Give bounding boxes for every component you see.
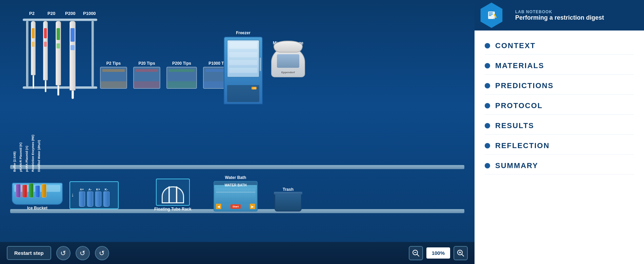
nav-item-summary[interactable]: SUMMARY bbox=[485, 157, 634, 175]
pipette-p20[interactable] bbox=[43, 21, 48, 92]
undo-button-2[interactable]: ↺ bbox=[76, 246, 90, 260]
svg-line-2 bbox=[417, 254, 419, 256]
water-bath-label: Water Bath bbox=[225, 175, 246, 180]
water-bath[interactable]: Water Bath WATER BATH ◀ Start ▶ bbox=[214, 175, 258, 211]
p20-tips[interactable]: P20 Tips bbox=[133, 61, 160, 89]
pipette-stand bbox=[21, 19, 99, 97]
undo-button-1[interactable]: ↺ bbox=[56, 246, 71, 260]
floating-rack-label: Floating Tube Rack bbox=[154, 207, 192, 211]
nav-items: CONTEXT MATERIALS PREDICTIONS PROTOCOL R… bbox=[475, 31, 644, 264]
nav-dot-context bbox=[485, 43, 490, 48]
top-shelf bbox=[10, 165, 464, 169]
stand-bar-top bbox=[23, 19, 97, 21]
microcentrifuge[interactable]: Microcentrifuge Eppendorf bbox=[271, 41, 305, 77]
buffer-label: Buffer (2.5XB) bbox=[13, 135, 16, 172]
stand-leg-left bbox=[26, 21, 28, 86]
nav-label-reflection: REFLECTION bbox=[495, 141, 550, 150]
ice-bucket-label: Ice Bucket bbox=[27, 206, 47, 210]
nav-label-predictions: PREDICTIONS bbox=[495, 81, 554, 90]
p200-tips[interactable]: P200 Tips bbox=[166, 61, 197, 89]
zoom-value: 100% bbox=[426, 247, 450, 259]
nav-item-context[interactable]: CONTEXT bbox=[485, 37, 634, 55]
trash[interactable]: Trash bbox=[275, 187, 302, 211]
undo-button-3[interactable]: ↺ bbox=[95, 246, 109, 260]
nav-dot-materials bbox=[485, 63, 490, 68]
right-panel: LAB NOTEBOOK Performing a restriction di… bbox=[475, 0, 644, 264]
svg-rect-9 bbox=[489, 14, 493, 15]
zoom-out-icon bbox=[412, 249, 420, 257]
notebook-title: Performing a restriction digest bbox=[515, 14, 637, 21]
ice-bucket[interactable]: Ice Bucket bbox=[10, 174, 64, 210]
freezer-label: Freezer bbox=[236, 31, 250, 35]
nav-label-results: RESULTS bbox=[495, 121, 534, 130]
nav-label-protocol: PROTOCOL bbox=[495, 101, 543, 110]
nav-label-context: CONTEXT bbox=[495, 41, 536, 50]
reagent-labels-section: Buffer (2.5XB) pKAN-R Plasmid (K) pARA P… bbox=[13, 135, 41, 172]
tips-section: P2 Tips P20 Tips P200 Tips P1000 Tips bbox=[100, 61, 235, 89]
p2-tips[interactable]: P2 Tips bbox=[100, 61, 127, 89]
zoom-controls: 100% bbox=[409, 246, 468, 260]
nav-item-reflection[interactable]: REFLECTION bbox=[485, 137, 634, 155]
svg-rect-8 bbox=[489, 13, 493, 13]
book-icon bbox=[486, 10, 497, 21]
nav-dot-protocol bbox=[485, 103, 490, 108]
p20-tips-label: P20 Tips bbox=[138, 61, 155, 66]
pipette-p1000[interactable] bbox=[69, 21, 76, 99]
water-label: Distilled Water (dH₂O) bbox=[37, 135, 41, 172]
nav-dot-predictions bbox=[485, 83, 490, 88]
nav-label-materials: MATERIALS bbox=[495, 61, 544, 70]
zoom-in-icon bbox=[457, 249, 464, 257]
nav-item-materials[interactable]: MATERIALS bbox=[485, 57, 634, 75]
para-label: pARA Plasmid (A) bbox=[25, 135, 28, 172]
floating-tube-rack[interactable]: Floating Tube Rack bbox=[154, 179, 192, 211]
nav-item-results[interactable]: RESULTS bbox=[485, 117, 634, 135]
trash-label: Trash bbox=[283, 187, 294, 192]
notebook-hex bbox=[479, 3, 504, 28]
zoom-out-button[interactable] bbox=[409, 246, 423, 260]
notebook-subtitle: LAB NOTEBOOK bbox=[515, 9, 637, 14]
p2-label: P2 bbox=[29, 11, 35, 16]
p1000-label: P1000 bbox=[83, 11, 96, 16]
zoom-in-button[interactable] bbox=[454, 246, 468, 260]
svg-rect-10 bbox=[489, 15, 491, 16]
notebook-title-area: LAB NOTEBOOK Performing a restriction di… bbox=[508, 6, 644, 25]
nav-label-summary: SUMMARY bbox=[495, 161, 538, 170]
p200-label: P200 bbox=[65, 11, 75, 16]
tube-rack-group[interactable]: A+ A- K+ K- bbox=[69, 181, 119, 209]
p2-tips-label: P2 Tips bbox=[106, 61, 121, 66]
restart-button[interactable]: Restart step bbox=[7, 246, 51, 260]
nav-dot-reflection bbox=[485, 143, 490, 148]
nav-item-predictions[interactable]: PREDICTIONS bbox=[485, 77, 634, 95]
nav-dot-results bbox=[485, 123, 490, 128]
notebook-hex-container bbox=[475, 0, 508, 31]
stand-leg-right bbox=[92, 21, 94, 86]
pipette-p200[interactable] bbox=[56, 21, 61, 96]
notebook-header: LAB NOTEBOOK Performing a restriction di… bbox=[475, 0, 644, 31]
re-label: Restriction Enzymes (RE) bbox=[31, 135, 35, 172]
pkanr-label: pKAN-R Plasmid (K) bbox=[19, 135, 22, 172]
svg-line-6 bbox=[462, 254, 464, 256]
p200-tips-label: P200 Tips bbox=[172, 61, 191, 66]
lab-area: P2 P20 P200 P1000 bbox=[0, 0, 475, 264]
pipette-p2[interactable] bbox=[31, 21, 36, 89]
nav-dot-summary bbox=[485, 163, 490, 168]
toolbar-bottom: Restart step ↺ ↺ ↺ 100% bbox=[0, 242, 475, 264]
nav-item-protocol[interactable]: PROTOCOL bbox=[485, 97, 634, 115]
freezer[interactable]: Freezer -20 bbox=[224, 31, 263, 104]
p20-label: P20 bbox=[47, 11, 55, 16]
